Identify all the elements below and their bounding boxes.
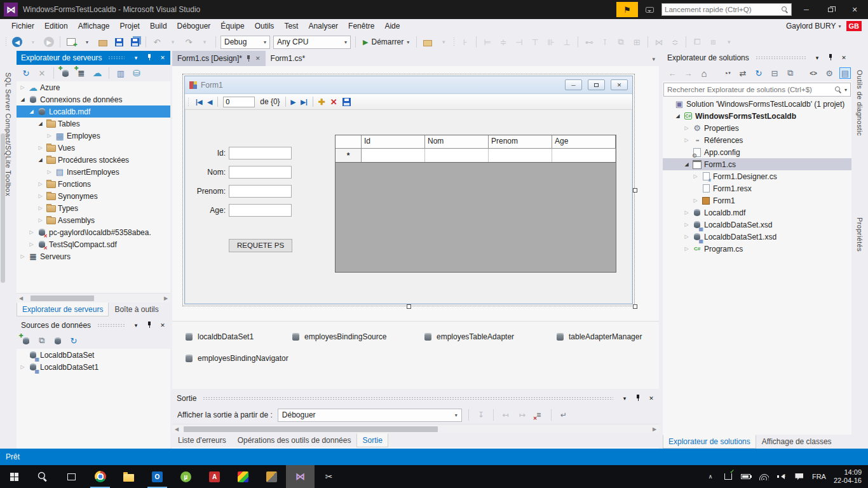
expander-icon[interactable]: ◢ [19, 97, 26, 102]
home-icon[interactable]: ⌂ [698, 67, 710, 79]
start-debugging-button[interactable]: ▶ Démarrer ▾ [360, 37, 412, 46]
move-previous-icon[interactable]: ◀ [208, 98, 213, 105]
form-designer-surface[interactable]: Form1 ─ ✕ |◀ ◀ de {0} ▶ ▶| [172, 66, 659, 321]
azure-connect-icon[interactable]: ☁ [92, 67, 103, 79]
expander-icon[interactable]: ▷ [37, 145, 44, 151]
tree-item[interactable]: ▷Form1.Designer.cs [663, 170, 851, 182]
tree-item[interactable]: ▷pc-gaylord\localdb#5358abea. [17, 226, 170, 238]
taskbar-clock[interactable]: 14:09 22-04-16 [834, 468, 862, 485]
toolbar-options-icon[interactable]: ▾ [437, 36, 450, 48]
grid-new-row[interactable]: * [336, 149, 616, 163]
menu-item[interactable]: Déboguer [172, 20, 216, 32]
output-header[interactable]: Sortie ▾ ✕ [172, 391, 659, 406]
dropbox-icon[interactable] [723, 471, 733, 482]
grid-corner-cell[interactable] [336, 135, 362, 148]
expander-icon[interactable]: ▷ [683, 125, 690, 131]
field-input[interactable] [229, 204, 292, 217]
requete-ps-button[interactable]: REQUETE PS [229, 239, 292, 252]
field-input[interactable] [229, 185, 292, 198]
tree-item[interactable]: ▷Références [663, 134, 851, 146]
menu-item[interactable]: Affichage [73, 20, 115, 32]
tree-item[interactable]: ▷Azure [17, 81, 170, 93]
move-first-icon[interactable]: |◀ [196, 98, 203, 105]
close-icon[interactable]: ✕ [839, 55, 849, 61]
save-icon[interactable] [112, 36, 125, 48]
diagnostics-vertical-tab[interactable]: Outils de diagnostic [856, 70, 864, 136]
pin-icon[interactable] [246, 55, 252, 62]
snipping-tool-icon[interactable]: ✂ [315, 465, 343, 488]
save-all-icon[interactable] [128, 36, 141, 48]
menu-item[interactable]: Analyser [303, 20, 343, 32]
employes-datagridview[interactable]: IdNomPrenomAge * [335, 135, 616, 273]
nested-files-icon[interactable]: ⧉ [785, 67, 796, 79]
position-input[interactable] [223, 97, 255, 107]
wifi-icon[interactable] [759, 471, 769, 482]
panel-tab[interactable]: Affichage de classes [756, 435, 837, 449]
field-input[interactable] [229, 166, 292, 179]
start-button[interactable] [0, 465, 29, 488]
expander-icon[interactable]: ▷ [37, 181, 44, 187]
tray-component[interactable]: tableAdapterManager [555, 332, 642, 342]
show-all-files-icon[interactable]: ▤ [839, 67, 851, 79]
menu-item[interactable]: Fichier [6, 20, 39, 32]
quick-launch-input[interactable] [665, 6, 779, 13]
collapse-all-icon[interactable]: ⊟ [769, 67, 780, 79]
back-dropdown-icon[interactable]: ▾ [27, 36, 39, 48]
tree-item[interactable]: ▷LocaldbDataSet1 [17, 361, 170, 373]
resize-handle-bottom[interactable] [407, 304, 411, 309]
refresh-icon[interactable]: ↻ [753, 67, 764, 79]
expander-icon[interactable]: ▷ [46, 169, 53, 175]
tree-item[interactable]: ▷Assemblys [17, 214, 170, 226]
refresh-icon[interactable]: ↻ [68, 335, 79, 346]
panel-tab[interactable]: Boîte à outils [109, 302, 164, 316]
grid-cell[interactable] [362, 149, 425, 162]
user-name[interactable]: Gaylord BURY [786, 22, 836, 30]
clear-all-icon[interactable]: ≡ [533, 409, 545, 421]
menu-item[interactable]: Outils [250, 20, 280, 32]
navigate-back-icon[interactable]: ◀ [11, 36, 24, 48]
pin-icon[interactable] [144, 54, 154, 62]
tree-item[interactable]: Solution 'WindowsFormsTestLocaldb' (1 pr… [663, 98, 851, 110]
tree-item[interactable]: ▷LocaldbDataSet.xsd [663, 219, 851, 231]
expander-icon[interactable]: ▷ [683, 234, 690, 240]
menu-item[interactable]: Test [279, 20, 303, 32]
tray-component[interactable]: localdbDataSet1 [184, 332, 265, 342]
tray-component[interactable]: employesBindingNavigator [184, 353, 288, 363]
tray-component[interactable]: employesTableAdapter [423, 332, 529, 342]
field-input[interactable] [229, 147, 292, 159]
window-position-icon[interactable]: ▾ [131, 55, 141, 61]
menu-item[interactable]: Équipe [215, 20, 249, 32]
move-last-icon[interactable]: ▶| [301, 98, 308, 105]
pending-changes-filter-icon[interactable]: ◔▾ [721, 67, 733, 79]
menu-item[interactable]: Aide [379, 20, 405, 32]
notifications-flag-button[interactable]: ⚑ [616, 2, 638, 17]
tree-item[interactable]: ▷Vues [17, 142, 170, 154]
expander-icon[interactable]: ▷ [19, 254, 26, 259]
document-tab[interactable]: Form1.cs [Design]*✕ [172, 51, 266, 66]
solution-platform-combo[interactable]: Any CPU ▾ [273, 36, 351, 49]
grid-column-header[interactable]: Prenom [489, 135, 552, 148]
grid-column-header[interactable]: Id [362, 135, 425, 148]
tree-item[interactable]: ◢Localdb.mdf [17, 105, 170, 118]
minimize-button[interactable]: ─ [797, 3, 816, 17]
tree-item[interactable]: ◢WindowsFormsTestLocaldb [663, 110, 851, 122]
connect-to-server-icon[interactable]: ≣ [76, 67, 87, 79]
menu-item[interactable]: Edition [39, 20, 73, 32]
tree-item[interactable]: ◢Tables [17, 118, 170, 130]
language-indicator[interactable]: FRA [812, 473, 826, 480]
search-options-icon[interactable]: ▾ [844, 87, 847, 93]
outlook-icon[interactable]: O [143, 465, 172, 488]
expander-icon[interactable]: ▷ [37, 217, 44, 223]
table-view-icon[interactable]: ▥ [115, 67, 126, 79]
solution-configuration-combo[interactable]: Debug ▾ [220, 36, 270, 49]
panel-tab[interactable]: Liste d'erreurs [172, 433, 232, 447]
solution-search-input[interactable] [667, 86, 832, 93]
close-icon[interactable]: ✕ [158, 322, 168, 329]
add-item-icon[interactable] [97, 36, 109, 48]
pin-icon[interactable] [144, 322, 154, 330]
document-list-dropdown-icon[interactable]: ▾ [652, 56, 655, 62]
expander-icon[interactable]: ▷ [683, 137, 690, 143]
tree-item[interactable]: ▷TestSqlCompact.sdf [17, 238, 170, 250]
tree-item[interactable]: App.config [663, 146, 851, 158]
expander-icon[interactable]: ◢ [37, 121, 44, 126]
